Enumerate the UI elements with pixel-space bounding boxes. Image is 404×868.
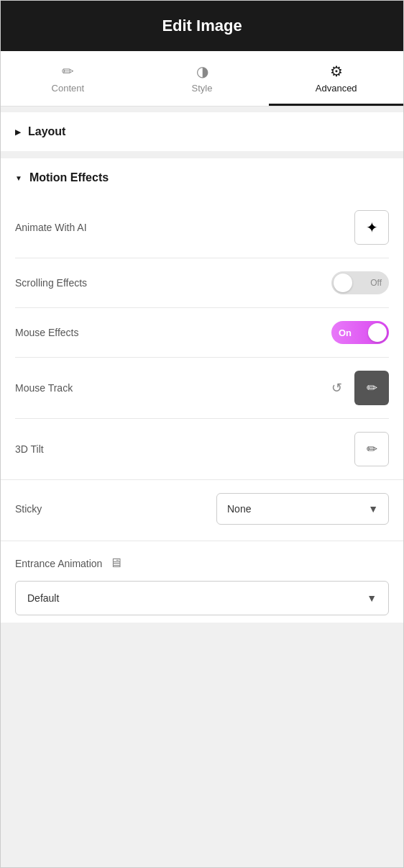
entrance-animation-label: Entrance Animation (15, 558, 102, 569)
layout-section-header[interactable]: ▶ Layout (1, 112, 403, 151)
motion-section-header[interactable]: ▼ Motion Effects (1, 158, 403, 197)
sticky-selected-value: None (227, 503, 251, 515)
motion-section-label: Motion Effects (29, 171, 109, 184)
tab-advanced[interactable]: ⚙ Advanced (269, 51, 403, 106)
layout-section-label: Layout (28, 125, 65, 138)
scrolling-effects-row: Scrolling Effects Off (15, 258, 389, 308)
scrolling-effects-toggle[interactable]: Off (331, 271, 389, 294)
tilt-3d-label: 3D Tilt (15, 443, 44, 455)
pencil-icon: ✏ (62, 64, 74, 78)
toggle-knob-off (334, 273, 352, 292)
sticky-label: Sticky (15, 503, 42, 515)
tab-bar: ✏ Content ◑ Style ⚙ Advanced (1, 51, 403, 107)
separator-1 (1, 151, 403, 157)
mouse-effects-row: Mouse Effects On (15, 308, 389, 358)
mouse-track-controls: ↺ ✏ (324, 371, 389, 405)
tilt-edit-icon: ✏ (367, 441, 377, 457)
entrance-animation-section: Entrance Animation 🖥 Default ▼ (1, 541, 403, 623)
scrolling-toggle-text: Off (370, 278, 382, 288)
tab-content[interactable]: ✏ Content (1, 51, 135, 106)
tab-content-label: Content (52, 83, 85, 94)
mouse-toggle-text: On (339, 327, 352, 338)
sticky-row: Sticky None ▼ (1, 479, 403, 538)
toggle-knob-on (368, 323, 387, 342)
entrance-chevron-icon: ▼ (367, 592, 377, 604)
mouse-track-label: Mouse Track (15, 382, 73, 394)
edit-icon: ✏ (367, 380, 377, 396)
panel-title: Edit Image (162, 17, 242, 35)
mouse-effects-label: Mouse Effects (15, 327, 78, 338)
mouse-track-undo-button[interactable]: ↺ (324, 376, 349, 400)
entrance-animation-header: Entrance Animation 🖥 (15, 556, 389, 571)
sparkle-icon: ✦ (366, 219, 378, 236)
animate-ai-button[interactable]: ✦ (354, 210, 389, 245)
panel-header: Edit Image (1, 1, 403, 51)
tab-advanced-label: Advanced (316, 83, 357, 94)
tab-style-label: Style (192, 83, 213, 94)
tab-style[interactable]: ◑ Style (135, 51, 270, 106)
monitor-icon: 🖥 (109, 556, 122, 571)
animate-ai-row: Animate With AI ✦ (15, 197, 389, 258)
undo-icon: ↺ (331, 380, 342, 396)
motion-arrow-icon: ▼ (15, 174, 22, 182)
entrance-animation-dropdown[interactable]: Default ▼ (15, 581, 389, 615)
mouse-effects-toggle[interactable]: On (331, 321, 389, 344)
mouse-track-edit-button[interactable]: ✏ (354, 371, 389, 405)
sticky-dropdown[interactable]: None ▼ (216, 493, 389, 525)
motion-content: Animate With AI ✦ Scrolling Effects Off … (1, 197, 403, 479)
mouse-track-row: Mouse Track ↺ ✏ (15, 358, 389, 419)
layout-arrow-icon: ▶ (15, 128, 21, 136)
gear-icon: ⚙ (330, 64, 343, 78)
entrance-selected-value: Default (27, 592, 59, 604)
tilt-3d-edit-button[interactable]: ✏ (354, 432, 389, 466)
layout-section: ▶ Layout (1, 112, 403, 151)
halfcircle-icon: ◑ (196, 64, 208, 78)
animate-ai-label: Animate With AI (15, 222, 87, 233)
sticky-chevron-icon: ▼ (368, 503, 378, 515)
tilt-3d-row: 3D Tilt ✏ (15, 419, 389, 479)
motion-section: ▼ Motion Effects Animate With AI ✦ Scrol… (1, 158, 403, 623)
scrolling-effects-label: Scrolling Effects (15, 277, 87, 289)
